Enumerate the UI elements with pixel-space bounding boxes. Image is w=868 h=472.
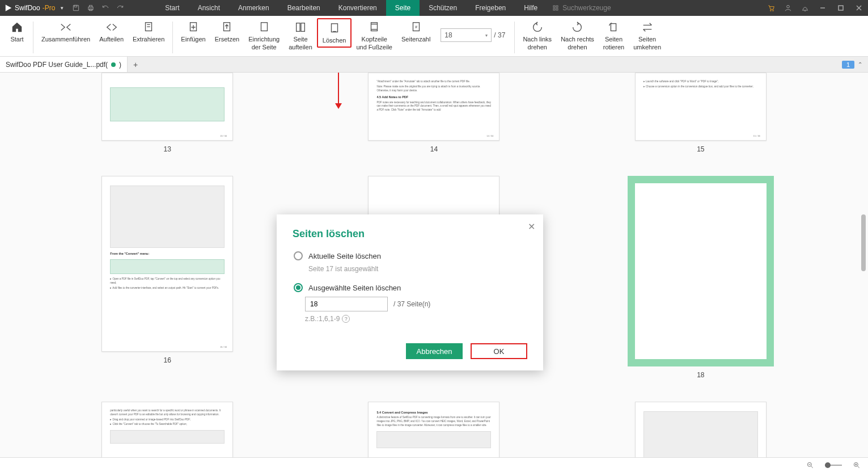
thumb-label: 18 xyxy=(697,371,704,379)
ribbon-splitpage[interactable]: Seite aufteilen xyxy=(284,18,317,54)
menu-konvertieren[interactable]: Konvertieren xyxy=(329,0,386,16)
menu-bearbeiten[interactable]: Bearbeiten xyxy=(278,0,329,16)
zoom-slider[interactable] xyxy=(825,465,842,466)
ribbon-headerfooter[interactable]: Kopfzeile und Fußzeile xyxy=(352,18,397,54)
headerfooter-icon xyxy=(367,20,381,34)
redo-icon[interactable] xyxy=(113,0,128,16)
menu-schuetzen[interactable]: Schützen xyxy=(420,0,466,16)
svg-rect-6 xyxy=(556,6,558,7)
menu-ansicht[interactable]: Ansicht xyxy=(189,0,229,16)
svg-rect-3 xyxy=(90,5,92,7)
reverse-icon xyxy=(641,20,654,34)
vertical-scrollbar[interactable] xyxy=(861,146,867,457)
svg-rect-2 xyxy=(88,7,93,10)
page-number-input[interactable]: 18▾ xyxy=(441,28,492,42)
svg-rect-13 xyxy=(839,6,843,10)
menu-hilfe[interactable]: Hilfe xyxy=(515,0,547,16)
ribbon-toolbar: Start Zusammenführen Aufteilen Extrahier… xyxy=(0,16,868,57)
dialog-title: Seiten löschen xyxy=(293,228,527,240)
ribbon-delete[interactable]: Löschen xyxy=(317,18,352,48)
modified-indicator-icon xyxy=(111,62,116,67)
page-thumbnail[interactable]: ▸ Launch the software and click "PDF to … xyxy=(602,73,800,153)
close-button[interactable] xyxy=(850,0,868,16)
svg-rect-21 xyxy=(301,23,304,32)
bell-icon[interactable] xyxy=(797,0,814,16)
print-icon[interactable] xyxy=(83,0,98,16)
page-range-suffix: / 37 Seite(n) xyxy=(393,300,430,308)
svg-rect-29 xyxy=(611,24,616,31)
app-name-swifdoo: SwifDoo xyxy=(15,4,40,12)
svg-rect-20 xyxy=(297,23,300,32)
user-icon[interactable] xyxy=(780,0,797,16)
ribbon-start[interactable]: Start xyxy=(5,18,29,45)
option-current-page[interactable]: Aktuelle Seite löschen xyxy=(293,251,527,260)
svg-point-9 xyxy=(770,10,772,11)
ribbon-extract[interactable]: Extrahieren xyxy=(128,18,169,45)
ribbon-rotate-left[interactable]: Nach links drehen xyxy=(518,18,556,54)
app-name-pro: -Pro xyxy=(43,4,56,12)
ribbon-rotate[interactable]: Seiten rotieren xyxy=(599,18,629,54)
page-thumbnail[interactable] xyxy=(602,402,800,457)
cart-icon[interactable] xyxy=(763,0,780,16)
ok-button[interactable]: OK xyxy=(471,343,527,359)
page-total: / 37 xyxy=(494,31,505,39)
svg-text:#: # xyxy=(415,24,418,30)
replace-icon xyxy=(220,20,234,34)
current-page-hint: Seite 17 ist ausgewählt xyxy=(308,265,527,273)
menu-seite[interactable]: Seite xyxy=(386,0,420,16)
cancel-button[interactable]: Abbrechen xyxy=(406,343,463,359)
page-range-input[interactable] xyxy=(305,297,388,311)
app-dropdown-icon[interactable]: ▼ xyxy=(60,6,64,11)
page-thumbnail[interactable]: 13 / 34 13 xyxy=(68,73,266,153)
page-thumbnail-selected[interactable]: 18 xyxy=(602,176,800,379)
menu-anmerken[interactable]: Anmerken xyxy=(229,0,278,16)
thumbnail-grid-area: 13 / 34 13 "Attachment" under the "Annot… xyxy=(0,73,868,457)
page-thumbnail[interactable]: From the "Convert" menu:▸ Open a PDF fil… xyxy=(68,176,266,379)
document-tab[interactable]: SwifDoo PDF User Guide_L...pdf() xyxy=(0,57,128,72)
app-logo: SwifDoo-Pro ▼ xyxy=(0,4,69,12)
minimize-button[interactable] xyxy=(814,0,832,16)
ribbon-pagesetup[interactable]: Einrichtung der Seite xyxy=(244,18,284,54)
ribbon-split[interactable]: Aufteilen xyxy=(95,18,128,45)
split-icon xyxy=(105,20,118,34)
ribbon-insert[interactable]: Einfügen xyxy=(176,18,210,45)
thumb-label: 15 xyxy=(697,145,704,153)
maximize-button[interactable] xyxy=(832,0,850,16)
svg-rect-8 xyxy=(556,9,558,10)
chevron-down-icon[interactable]: ▾ xyxy=(485,33,488,38)
dialog-close-icon[interactable]: ✕ xyxy=(528,221,535,232)
merge-icon xyxy=(59,20,73,34)
ribbon-reverse[interactable]: Seiten umkehren xyxy=(629,18,666,54)
svg-point-11 xyxy=(787,5,790,8)
page-input-group: 18▾ / 37 xyxy=(435,18,511,42)
help-icon[interactable]: ? xyxy=(342,315,350,323)
collapse-ribbon-icon[interactable]: ⌃ xyxy=(856,61,865,68)
ribbon-pagenum[interactable]: # Seitenzahl xyxy=(397,18,435,45)
save-icon[interactable] xyxy=(69,0,83,16)
rotate-right-icon xyxy=(570,20,584,34)
svg-line-31 xyxy=(811,466,813,467)
search-placeholder: Suchwerkzeuge xyxy=(562,4,611,12)
menu-freigeben[interactable]: Freigeben xyxy=(466,0,515,16)
svg-rect-22 xyxy=(331,24,337,32)
page-thumbnail[interactable]: 5.4 Convert and Compress ImagesA distinc… xyxy=(335,402,533,457)
ribbon-rotate-right[interactable]: Nach rechts drehen xyxy=(556,18,599,54)
option-selected-pages[interactable]: Ausgewählte Seiten löschen xyxy=(293,283,527,292)
page-thumbnail[interactable]: particularly useful when you want to sea… xyxy=(68,402,266,457)
ribbon-replace[interactable]: Ersetzen xyxy=(210,18,244,45)
titlebar: SwifDoo-Pro ▼ Start Ansicht Anmerken Bea… xyxy=(0,0,868,16)
pagenum-icon: # xyxy=(409,20,423,34)
page-thumbnail[interactable]: "Attachment" under the "Annotate" tab to… xyxy=(335,73,533,153)
zoom-in-icon[interactable] xyxy=(852,461,861,470)
undo-icon[interactable] xyxy=(98,0,113,16)
radio-unchecked-icon[interactable] xyxy=(294,251,303,260)
add-tab-button[interactable]: + xyxy=(128,57,143,72)
radio-checked-icon[interactable] xyxy=(294,283,303,292)
zoom-out-icon[interactable] xyxy=(806,461,815,470)
document-tab-strip: SwifDoo PDF User Guide_L...pdf() + 1 ⌃ xyxy=(0,57,868,73)
ribbon-merge[interactable]: Zusammenführen xyxy=(37,18,95,45)
thumb-label: 16 xyxy=(163,356,171,364)
sidebar-badge[interactable]: 1 xyxy=(842,61,854,69)
search-tools[interactable]: Suchwerkzeuge xyxy=(547,4,616,12)
menu-start[interactable]: Start xyxy=(156,0,188,16)
